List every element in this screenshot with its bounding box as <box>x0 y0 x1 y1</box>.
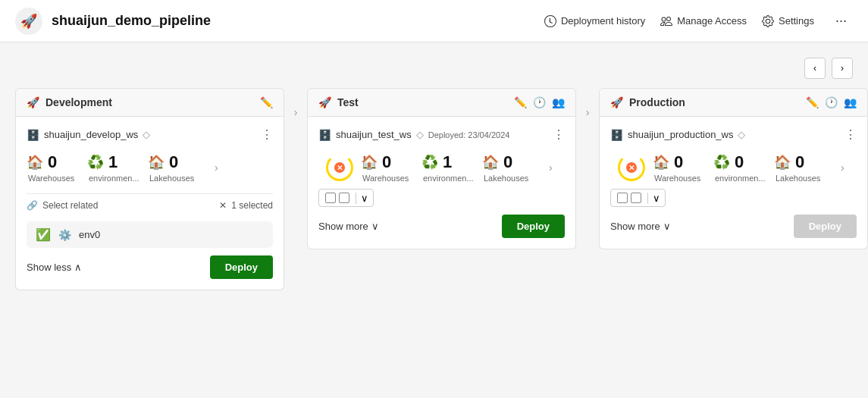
deploy-controls-row-production: ∨ <box>610 189 857 207</box>
warehouse-icon: 🏠 <box>27 154 43 171</box>
deploy-button-test[interactable]: Deploy <box>502 215 565 238</box>
users-icon-production[interactable]: 👥 <box>844 96 857 108</box>
edit-icon-test[interactable]: ✏️ <box>514 96 527 108</box>
history-icon-production[interactable]: 🕐 <box>825 96 838 108</box>
select-related-bar: 🔗 Select related ✕ 1 selected <box>27 193 273 217</box>
env-selector-production: ∨ <box>610 189 666 207</box>
env-dropdown-production[interactable]: ∨ <box>647 193 665 204</box>
metric-warehouses-development: 🏠 0 Warehouses <box>27 152 87 183</box>
workspace-title-development: 🗄️ shuaijun_develop_ws ◇ <box>27 129 150 141</box>
stage-header-development: 🚀 Development ✏️ <box>15 88 284 117</box>
chevron-down-icon-test: ∨ <box>371 221 379 232</box>
env-item-env0: ✅ ⚙️ env0 <box>27 221 273 248</box>
workspace-header-production: 🗄️ shuaijun_production_ws ◇ ⋮ <box>610 127 857 142</box>
show-more-button-test[interactable]: Show more ∨ <box>318 221 379 232</box>
metrics-row-development: 🏠 0 Warehouses ♻️ 1 environmen... <box>27 152 273 183</box>
env-box-2 <box>339 193 349 203</box>
workspace-db-icon-test: 🗄️ <box>318 129 331 141</box>
pipeline-container: 🚀 Development ✏️ 🗄️ shuaijun_develop_ws … <box>15 88 853 290</box>
environment-icon: ♻️ <box>87 154 104 171</box>
lakehouse-icon-test: 🏠 <box>482 154 499 171</box>
workspace-menu-production[interactable]: ⋮ <box>844 127 857 142</box>
stage-icon-production: 🚀 <box>610 96 623 108</box>
header-left: 🚀 shuaijun_demo_pipeline <box>15 8 211 35</box>
workspace-menu-test[interactable]: ⋮ <box>553 127 565 142</box>
chevron-up-icon: ∧ <box>74 262 82 273</box>
workspace-card-test: 🗄️ shuaijun_test_ws ◇ Deployed: 23/04/20… <box>307 117 576 249</box>
metric-lakehouses-test: 🏠 0 Lakehouses <box>482 152 543 183</box>
stage-title-development: 🚀 Development <box>27 96 112 108</box>
workspace-card-production: 🗄️ shuaijun_production_ws ◇ ⋮ ✕ <box>599 117 868 249</box>
stage-icon-development: 🚀 <box>27 96 39 108</box>
stage-wrapper-production: 🚀 Production ✏️ 🕐 👥 🗄️ shuaijun_producti… <box>599 88 868 249</box>
environment-icon-production: ♻️ <box>713 154 730 171</box>
stage-test: 🚀 Test ✏️ 🕐 👥 🗄️ shuaijun_test_ws <box>307 88 576 249</box>
prev-arrow-button[interactable]: ‹ <box>804 58 826 79</box>
settings-button[interactable]: Settings <box>762 15 814 27</box>
edit-icon-development[interactable]: ✏️ <box>260 96 273 108</box>
workspace-title-test: 🗄️ shuaijun_test_ws ◇ Deployed: 23/04/20… <box>318 129 509 141</box>
users-icon-test[interactable]: 👥 <box>552 96 565 108</box>
spinner-x-icon-test: ✕ <box>334 162 345 173</box>
app-header: 🚀 shuaijun_demo_pipeline Deployment hist… <box>0 0 868 42</box>
env-code-icon: ⚙️ <box>58 229 71 241</box>
header-actions: Deployment history Manage Access Setting… <box>544 10 853 32</box>
workspace-header-test: 🗄️ shuaijun_test_ws ◇ Deployed: 23/04/20… <box>318 127 565 142</box>
env-dropdown-test[interactable]: ∨ <box>356 193 373 204</box>
more-options-button[interactable]: ··· <box>829 10 853 32</box>
card-footer-test: Show more ∨ Deploy <box>318 215 565 238</box>
workspace-header-development: 🗄️ shuaijun_develop_ws ◇ ⋮ <box>27 127 273 142</box>
stage-title-test: 🚀 Test <box>318 96 359 108</box>
environment-icon-test: ♻️ <box>421 154 438 171</box>
metric-lakehouses-production: 🏠 0 Lakehouses <box>774 152 835 183</box>
workspace-db-icon-production: 🗄️ <box>610 129 623 141</box>
check-icon-env0: ✅ <box>36 227 51 242</box>
stage-header-icons-production: ✏️ 🕐 👥 <box>806 96 857 108</box>
metric-environments-development: ♻️ 1 environmen... <box>87 152 148 183</box>
show-more-button-production[interactable]: Show more ∨ <box>610 221 671 232</box>
stage-arrow-test-prod: › <box>576 88 599 118</box>
stage-title-production: 🚀 Production <box>610 96 685 108</box>
env-selector-test: ∨ <box>318 189 374 207</box>
page-title: shuaijun_demo_pipeline <box>52 13 211 29</box>
metric-environments-production: ♻️ 0 environmen... <box>713 152 774 183</box>
stage-wrapper-test: 🚀 Test ✏️ 🕐 👥 🗄️ shuaijun_test_ws <box>307 88 599 249</box>
lakehouse-icon: 🏠 <box>148 154 165 171</box>
people-icon <box>660 15 672 27</box>
env-box-prod-2 <box>631 193 641 203</box>
metrics-expand-development[interactable]: › <box>215 161 218 174</box>
env-box-1 <box>325 193 336 203</box>
show-less-button-development[interactable]: Show less ∧ <box>27 262 82 273</box>
card-footer-production: Show more ∨ Deploy <box>610 215 857 238</box>
deploy-button-development[interactable]: Deploy <box>210 255 273 279</box>
env-box-prod-1 <box>617 193 628 203</box>
metrics-row-test: 🏠 0 Warehouses ♻️ 1 environmen.. <box>361 152 565 183</box>
workspace-card-development: 🗄️ shuaijun_develop_ws ◇ ⋮ 🏠 0 Wa <box>15 117 284 290</box>
deployment-history-button[interactable]: Deployment history <box>544 15 645 27</box>
next-arrow-button[interactable]: › <box>832 58 853 79</box>
share-icon: 🔗 <box>27 200 38 211</box>
history-icon-test[interactable]: 🕐 <box>533 96 546 108</box>
metric-environments-test: ♻️ 1 environmen... <box>421 152 482 183</box>
stage-icon-test: 🚀 <box>318 96 331 108</box>
stage-arrow-dev-test: › <box>284 88 307 118</box>
edit-icon-production[interactable]: ✏️ <box>806 96 819 108</box>
stage-header-icons-test: ✏️ 🕐 👥 <box>514 96 565 108</box>
metrics-expand-test[interactable]: › <box>549 161 553 174</box>
metrics-expand-production[interactable]: › <box>841 161 844 174</box>
workspace-db-icon: 🗄️ <box>27 129 39 141</box>
manage-access-button[interactable]: Manage Access <box>660 15 747 27</box>
workspace-menu-development[interactable]: ⋮ <box>261 127 273 142</box>
spinner-production: ✕ <box>618 154 645 181</box>
app-icon: 🚀 <box>15 8 42 35</box>
deploy-button-production[interactable]: Deploy <box>794 215 857 238</box>
chevron-down-icon-production: ∨ <box>663 221 671 232</box>
spinner-test: ✕ <box>326 154 353 181</box>
deploy-controls-row-test: ∨ <box>318 189 565 207</box>
stage-header-test: 🚀 Test ✏️ 🕐 👥 <box>307 88 576 117</box>
close-icon-selected[interactable]: ✕ <box>219 200 227 211</box>
stage-development: 🚀 Development ✏️ 🗄️ shuaijun_develop_ws … <box>15 88 284 290</box>
metric-warehouses-production: 🏠 0 Warehouses <box>653 152 713 183</box>
warehouse-icon-production: 🏠 <box>653 154 669 171</box>
diamond-icon-test: ◇ <box>416 129 424 140</box>
